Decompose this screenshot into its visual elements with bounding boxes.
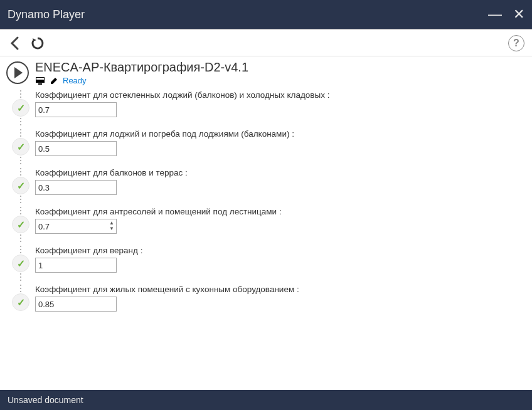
param-input[interactable] [35, 258, 117, 273]
svg-rect-1 [36, 78, 44, 80]
script-meta: Ready [35, 76, 248, 85]
status-check: ✓ [12, 293, 29, 311]
toolbar: ? [0, 30, 532, 56]
checkmark-icon: ✓ [17, 258, 25, 270]
script-header: ENECA-AP-Квартирография-D2-v4.1 Ready [6, 60, 526, 85]
timeline-column: ✓ [6, 244, 35, 282]
checkmark-icon: ✓ [17, 102, 25, 114]
checkmark-icon: ✓ [17, 180, 25, 192]
param-label: Коэффициент для балконов и террас : [35, 168, 526, 177]
param-input[interactable] [35, 219, 117, 234]
param-body: Коэффициент для веранд : [35, 244, 526, 273]
timeline-column: ✓ [6, 283, 35, 311]
titlebar: Dynamo Player — ✕ [0, 0, 532, 30]
status-link[interactable]: Ready [63, 76, 87, 85]
param-label: Коэффициент для жилых помещений с кухонн… [35, 285, 526, 294]
status-check: ✓ [12, 138, 29, 155]
statusbar: Unsaved document [0, 390, 532, 410]
content-area: ENECA-AP-Квартирография-D2-v4.1 Ready ✓К… [0, 56, 532, 390]
param-label: Коэффициент для остекленных лоджий (балк… [35, 90, 526, 100]
param-row: ✓Коэффициент для веранд : [6, 244, 526, 282]
param-body: Коэффициент для жилых помещений с кухонн… [35, 283, 526, 312]
param-body: Коэффициент для лоджий и погреба под лод… [35, 128, 526, 156]
param-row: ✓Коэффициент для лоджий и погреба под ло… [6, 128, 526, 166]
param-input[interactable] [35, 180, 117, 195]
play-icon [14, 67, 23, 78]
checkmark-icon: ✓ [17, 297, 25, 308]
checkmark-icon: ✓ [17, 219, 25, 231]
timeline-column: ✓ [6, 167, 35, 204]
run-button[interactable] [6, 61, 29, 84]
param-input[interactable] [35, 102, 117, 117]
checkmark-icon: ✓ [17, 141, 25, 153]
edit-icon[interactable] [49, 76, 59, 85]
timeline-column: ✓ [6, 89, 35, 127]
minimize-icon[interactable]: — [488, 8, 502, 21]
param-body: Коэффициент для антресолей и помещений п… [35, 206, 526, 234]
help-icon[interactable]: ? [508, 35, 524, 51]
status-check: ✓ [12, 177, 29, 194]
status-check: ✓ [12, 255, 29, 272]
svg-rect-2 [38, 83, 42, 85]
window-controls: — ✕ [488, 8, 524, 21]
param-row: ✓Коэффициент для остекленных лоджий (бал… [6, 89, 526, 127]
refresh-icon[interactable] [30, 36, 45, 51]
param-label: Коэффициент для веранд : [35, 246, 526, 255]
param-label: Коэффициент для антресолей и помещений п… [35, 207, 526, 216]
close-icon[interactable]: ✕ [513, 8, 524, 21]
status-check: ✓ [12, 99, 29, 117]
param-input[interactable] [35, 297, 117, 312]
spinner-down-icon[interactable]: ▼ [108, 226, 115, 231]
back-icon[interactable] [8, 36, 23, 51]
param-row: ✓Коэффициент для жилых помещений с кухон… [6, 283, 526, 312]
statusbar-text: Unsaved document [8, 395, 83, 405]
script-name: ENECA-AP-Квартирография-D2-v4.1 [35, 60, 248, 75]
param-body: Коэффициент для балконов и террас : [35, 167, 526, 195]
param-label: Коэффициент для лоджий и погреба под лод… [35, 129, 526, 139]
param-row: ✓Коэффициент для антресолей и помещений … [6, 206, 526, 243]
timeline-column: ✓ [6, 206, 35, 243]
display-icon[interactable] [35, 76, 45, 85]
timeline-column: ✓ [6, 128, 35, 166]
param-body: Коэффициент для остекленных лоджий (балк… [35, 89, 526, 117]
window-title: Dynamo Player [8, 8, 488, 21]
spinner-up-icon[interactable]: ▲ [108, 220, 115, 226]
param-row: ✓Коэффициент для балконов и террас : [6, 167, 526, 204]
status-check: ✓ [12, 216, 29, 233]
param-input[interactable] [35, 141, 117, 156]
